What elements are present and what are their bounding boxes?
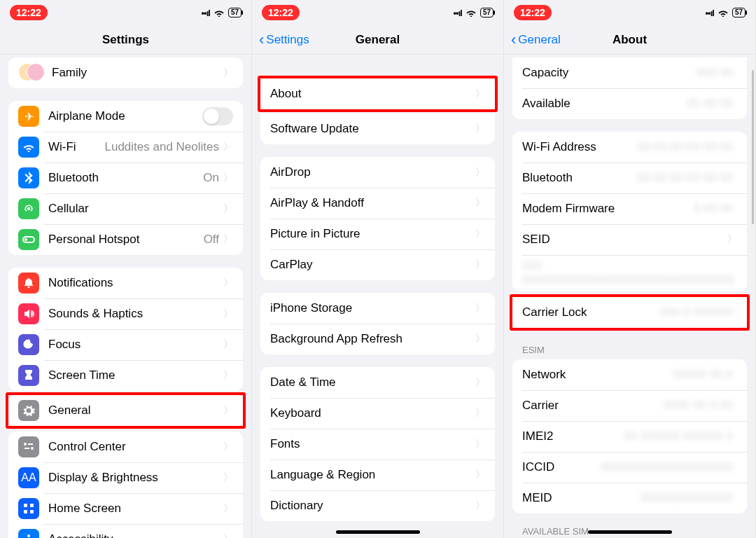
bluetooth-value: On	[203, 171, 219, 185]
btaddr-row[interactable]: Bluetooth 00:00:00:00:00:00	[512, 163, 747, 193]
refresh-row[interactable]: Background App Refresh 〉	[260, 324, 495, 354]
wifi-label: Wi-Fi	[48, 140, 104, 154]
carplay-row[interactable]: CarPlay 〉	[260, 249, 495, 280]
chevron-right-icon: 〉	[223, 67, 233, 79]
status-time: 12:22	[262, 5, 300, 20]
family-row[interactable]: Family 〉	[8, 57, 243, 88]
nav-bar: ‹ General About	[504, 25, 755, 55]
chevron-right-icon: 〉	[475, 166, 485, 179]
signal-icon: ••ıl	[706, 8, 714, 18]
battery-icon: 57	[732, 8, 746, 18]
wifi-row[interactable]: Wi-Fi Luddites and Neolites 〉	[8, 132, 243, 163]
about-screen: 12:22 ••ıl 57 ‹ General About Capacity 0…	[504, 0, 756, 538]
general-label: General	[48, 404, 223, 418]
chevron-right-icon: 〉	[223, 533, 233, 538]
grid-icon	[18, 498, 39, 519]
airdrop-label: AirDrop	[270, 165, 475, 179]
homescreen-row[interactable]: Home Screen 〉	[8, 493, 243, 524]
chevron-right-icon: 〉	[475, 407, 485, 420]
btaddr-label: Bluetooth	[522, 171, 637, 185]
pip-row[interactable]: Picture in Picture 〉	[260, 219, 495, 249]
chevron-right-icon: 〉	[475, 302, 485, 315]
scrollbar[interactable]	[752, 70, 754, 224]
hotspot-label: Personal Hotspot	[48, 233, 204, 247]
carrierlock-row[interactable]: Carrier Lock 000 0 000000	[512, 297, 747, 328]
accessibility-row[interactable]: Accessibility 〉	[8, 524, 243, 538]
back-label: General	[518, 33, 560, 47]
display-label: Display & Brightness	[48, 471, 223, 485]
about-row[interactable]: About 〉	[260, 78, 495, 109]
eid-row[interactable]: 00000000000000000000000000000000000	[512, 255, 747, 291]
hotspot-row[interactable]: Personal Hotspot Off 〉	[8, 224, 243, 255]
family-avatars-icon	[18, 63, 45, 83]
focus-row[interactable]: Focus 〉	[8, 329, 243, 360]
meid-value: 00000000000000	[640, 491, 733, 505]
modem-row[interactable]: Modem Firmware 0.00.00	[512, 193, 747, 224]
chevron-right-icon: 〉	[223, 233, 233, 246]
network-row[interactable]: Network 00000 00.0	[512, 359, 747, 390]
sounds-row[interactable]: Sounds & Haptics 〉	[8, 298, 243, 329]
carrier-label: Carrier	[522, 399, 664, 413]
pip-label: Picture in Picture	[270, 227, 475, 241]
chevron-right-icon: 〉	[223, 369, 233, 382]
btaddr-value: 00:00:00:00:00:00	[637, 171, 733, 185]
wifiaddr-row[interactable]: Wi-Fi Address 00:00:00:00:00:00	[512, 132, 747, 163]
display-row[interactable]: AA Display & Brightness 〉	[8, 462, 243, 493]
airplay-row[interactable]: AirPlay & Handoff 〉	[260, 188, 495, 219]
storage-row[interactable]: iPhone Storage 〉	[260, 293, 495, 324]
svg-rect-2	[24, 510, 27, 513]
back-button[interactable]: ‹ General	[511, 32, 561, 48]
svg-point-4	[27, 534, 30, 537]
carrierlock-label: Carrier Lock	[522, 305, 660, 319]
wifiaddr-label: Wi-Fi Address	[522, 140, 637, 154]
general-screen: 12:22 ••ıl 57 ‹ Settings General About 〉	[252, 0, 504, 538]
page-title: General	[356, 33, 400, 47]
notifications-row[interactable]: Notifications 〉	[8, 268, 243, 298]
bluetooth-label: Bluetooth	[48, 171, 203, 185]
bluetooth-row[interactable]: Bluetooth On 〉	[8, 163, 243, 193]
language-row[interactable]: Language & Region 〉	[260, 460, 495, 490]
available-row[interactable]: Available 00 00 00	[512, 88, 747, 119]
battery-icon: 57	[228, 8, 241, 18]
airplane-row[interactable]: ✈︎ Airplane Mode	[8, 101, 243, 132]
modem-label: Modem Firmware	[522, 202, 693, 216]
accessibility-label: Accessibility	[48, 532, 223, 538]
chevron-right-icon: 〉	[223, 202, 233, 215]
control-center-row[interactable]: Control Center 〉	[8, 432, 243, 462]
dictionary-row[interactable]: Dictionary 〉	[260, 490, 495, 521]
notifications-label: Notifications	[48, 276, 223, 290]
general-row[interactable]: General 〉	[8, 395, 243, 426]
chevron-right-icon: 〉	[223, 141, 233, 153]
seid-label: SEID	[522, 233, 727, 247]
capacity-row[interactable]: Capacity 000 00	[512, 57, 747, 88]
cellular-row[interactable]: Cellular 〉	[8, 193, 243, 224]
cellular-label: Cellular	[48, 202, 223, 216]
chevron-right-icon: 〉	[475, 123, 485, 135]
status-icons: ••ıl 57	[706, 7, 746, 19]
airplay-label: AirPlay & Handoff	[270, 196, 475, 210]
modem-value: 0.00.00	[693, 202, 733, 216]
airdrop-row[interactable]: AirDrop 〉	[260, 157, 495, 188]
chevron-right-icon: 〉	[475, 438, 485, 450]
keyboard-row[interactable]: Keyboard 〉	[260, 398, 495, 429]
status-bar: 12:22 ••ıl 57	[252, 0, 503, 25]
meid-row[interactable]: MEID 00000000000000	[512, 483, 747, 513]
back-button[interactable]: ‹ Settings	[259, 32, 309, 48]
esim-header: ESIM	[504, 332, 755, 358]
sliders-icon	[18, 436, 39, 457]
fonts-row[interactable]: Fonts 〉	[260, 429, 495, 460]
page-title: About	[612, 33, 647, 47]
chevron-right-icon: 〉	[223, 502, 233, 515]
date-row[interactable]: Date & Time 〉	[260, 367, 495, 398]
seid-row[interactable]: SEID 〉	[512, 224, 747, 255]
home-label: Home Screen	[48, 502, 223, 516]
iccid-row[interactable]: ICCID 00000000000000000000	[512, 452, 747, 483]
carrier-row[interactable]: Carrier 0000 00.0.00	[512, 390, 747, 421]
imei2-label: IMEI2	[522, 429, 624, 443]
screentime-row[interactable]: Screen Time 〉	[8, 360, 243, 391]
signal-icon: ••ıl	[202, 8, 210, 18]
software-update-row[interactable]: Software Update 〉	[260, 113, 495, 144]
imei2-row[interactable]: IMEI2 00 000000 000000 0	[512, 421, 747, 452]
speaker-icon	[18, 303, 39, 324]
airplane-toggle[interactable]	[202, 107, 233, 125]
